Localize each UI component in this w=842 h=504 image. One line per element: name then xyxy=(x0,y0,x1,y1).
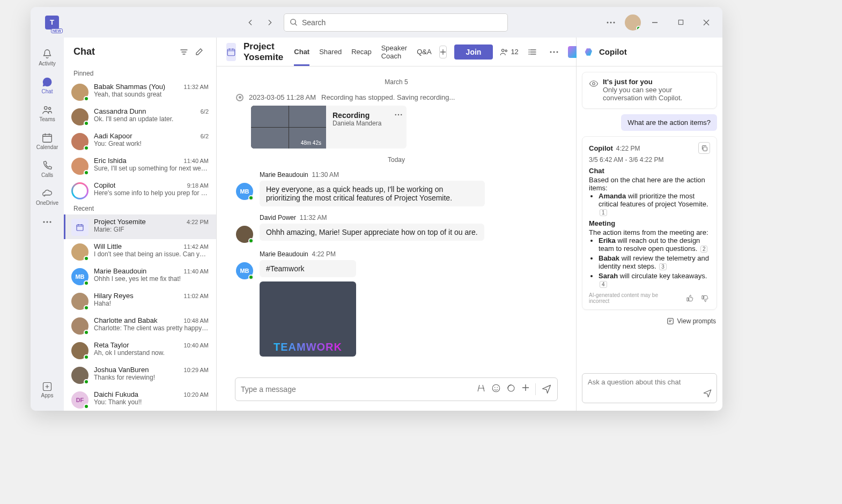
reference-badge[interactable]: 3 xyxy=(659,263,667,270)
chat-item-name: Daichi Fukuda xyxy=(94,390,138,398)
chat-item-avatar xyxy=(71,158,88,175)
minimize-button[interactable] xyxy=(643,11,667,34)
tab-qa[interactable]: Q&A xyxy=(417,38,431,66)
tab-chat[interactable]: Chat xyxy=(294,38,309,66)
chat-list-item[interactable]: Aadi Kapoor6/2You: Great work! xyxy=(64,129,216,153)
loop-button[interactable] xyxy=(506,383,516,396)
chat-more-button[interactable] xyxy=(546,45,562,60)
privacy-title: It's just for you xyxy=(603,78,710,86)
chat-item-name: Copilot xyxy=(94,181,115,189)
message-body: Hey everyone, as a quick heads up, I'll … xyxy=(260,181,485,206)
reference-badge[interactable]: 2 xyxy=(700,246,708,253)
response-range: 3/5 6:42 AM - 3/6 4:22 PM xyxy=(589,156,710,164)
eye-icon xyxy=(589,79,599,88)
message-author: Marie Beaudouin xyxy=(260,171,308,179)
chat-list-item[interactable]: Cassandra Dunn6/2Ok. I'll send an update… xyxy=(64,104,216,129)
back-button[interactable] xyxy=(243,15,258,30)
join-button[interactable]: Join xyxy=(454,45,493,60)
reference-badge[interactable]: 1 xyxy=(600,209,607,216)
chat-item-time: 10:40 AM xyxy=(184,342,209,349)
copilot-input[interactable] xyxy=(582,373,717,403)
new-chat-button[interactable] xyxy=(191,45,206,60)
rail-more[interactable] xyxy=(31,211,63,233)
recording-status-text: Recording has stopped. Saving recording.… xyxy=(321,93,455,101)
chat-item-preview: Ah, ok I understand now. xyxy=(94,349,209,357)
phone-icon xyxy=(41,160,53,172)
thumbs-down-button[interactable] xyxy=(699,293,710,303)
message-author: Marie Beaudouin xyxy=(260,250,308,258)
add-tab-button[interactable] xyxy=(439,46,447,58)
chat-list-item[interactable]: MBMarie Beaudouin11:40 AMOhhh I see, yes… xyxy=(64,264,216,288)
tab-speaker-coach[interactable]: Speaker Coach xyxy=(381,38,407,66)
date-separator-today: Today xyxy=(236,156,557,164)
bell-icon xyxy=(41,48,53,60)
action-item: Erika will reach out to the design team … xyxy=(599,236,710,253)
chat-list-item[interactable]: Copilot9:18 AMHere's some info to help y… xyxy=(64,178,216,202)
gif-caption: TEAMWORK xyxy=(260,341,356,353)
privacy-body: Only you can see your conversation with … xyxy=(603,86,710,102)
roster-button[interactable] xyxy=(525,45,540,60)
send-button[interactable] xyxy=(541,383,552,396)
chat-list-item[interactable]: Joshua VanBuren10:29 AMThanks for review… xyxy=(64,362,216,387)
filter-button[interactable] xyxy=(176,45,191,60)
svg-point-14 xyxy=(502,49,505,51)
chat-list-item[interactable]: DFDaichi Fukuda10:20 AMYou: Thank you!! xyxy=(64,387,216,411)
search-input[interactable]: Search xyxy=(284,13,508,32)
rail-calendar[interactable]: Calendar xyxy=(31,128,63,154)
tab-recap[interactable]: Recap xyxy=(351,38,372,66)
rail-chat[interactable]: Chat xyxy=(31,72,63,99)
chat-list-item[interactable]: Will Little11:42 AMI don't see that bein… xyxy=(64,239,216,264)
response-chat-intro: Based on the chat here are the action it… xyxy=(589,176,710,192)
rail-calls[interactable]: Calls xyxy=(31,155,63,182)
chat-item-preview: Ohhh I see, yes let me fix that! xyxy=(94,275,209,283)
chat-item-avatar xyxy=(71,133,88,150)
maximize-button[interactable] xyxy=(669,11,692,34)
reference-badge[interactable]: 4 xyxy=(600,281,607,288)
settings-more-button[interactable] xyxy=(599,11,623,34)
rail-activity[interactable]: Activity xyxy=(31,44,63,71)
forward-button[interactable] xyxy=(262,15,277,30)
profile-avatar[interactable] xyxy=(625,14,641,31)
rail-teams[interactable]: Teams xyxy=(31,100,63,127)
chat-list-item[interactable]: Hilary Reyes11:02 AMHaha! xyxy=(64,288,216,313)
chat-item-preview: Charlotte: The client was pretty happy w… xyxy=(94,324,209,332)
search-icon xyxy=(290,18,298,26)
rail-onedrive[interactable]: OneDrive xyxy=(31,183,63,210)
chat-item-preview: I don't see that being an issue. Can you… xyxy=(94,250,209,258)
chat-list-item[interactable]: Reta Taylor10:40 AMAh, ok I understand n… xyxy=(64,338,216,362)
thumbs-up-button[interactable] xyxy=(684,293,695,303)
participants-button[interactable]: 12 xyxy=(499,47,518,57)
message-list: March 5 2023-03-05 11:28 AM Recording ha… xyxy=(217,66,576,375)
chat-list-item[interactable]: Babak Shammas (You)11:32 AMYeah, that so… xyxy=(64,79,216,104)
gif-attachment[interactable]: TEAMWORK xyxy=(260,281,356,357)
copy-button[interactable] xyxy=(698,142,710,154)
app-rail: Activity Chat Teams Calendar Calls OneDr… xyxy=(31,38,64,411)
message-time: 11:30 AM xyxy=(312,171,339,179)
chat-list-item[interactable]: Eric Ishida11:40 AMSure, I'll set up som… xyxy=(64,153,216,178)
copilot-send-button[interactable] xyxy=(703,388,712,399)
recording-card[interactable]: 48m 42s Recording Daniela Mandera xyxy=(251,106,407,149)
format-button[interactable] xyxy=(476,383,486,396)
tab-shared[interactable]: Shared xyxy=(319,38,342,66)
chat-item-time: 10:29 AM xyxy=(184,367,209,373)
chat-item-preview: Ok. I'll send an update later. xyxy=(94,115,209,123)
chat-list-item[interactable]: Project Yosemite4:22 PMMarie: GIF xyxy=(64,214,216,239)
chat-item-name: Aadi Kapoor xyxy=(94,132,132,140)
close-button[interactable] xyxy=(695,11,718,34)
copilot-panel: Copilot It's just for you Only you can s… xyxy=(577,38,722,411)
rail-apps[interactable]: Apps xyxy=(31,376,63,403)
svg-rect-13 xyxy=(227,49,235,55)
chat-list-item[interactable]: Charlotte and Babak10:48 AMCharlotte: Th… xyxy=(64,313,216,338)
svg-rect-30 xyxy=(703,147,707,151)
recording-more-button[interactable] xyxy=(395,109,402,117)
message-composer[interactable] xyxy=(235,377,558,401)
composer-input[interactable] xyxy=(241,385,476,394)
chat-item-time: 11:02 AM xyxy=(184,293,209,299)
cloud-icon xyxy=(41,188,53,199)
view-prompts-button[interactable]: View prompts xyxy=(666,315,717,327)
emoji-button[interactable] xyxy=(491,383,501,396)
attach-button[interactable] xyxy=(521,383,530,396)
action-item: Babak will review the telemetry and iden… xyxy=(599,254,710,270)
copilot-textarea[interactable] xyxy=(588,378,711,394)
svg-point-17 xyxy=(528,51,529,53)
